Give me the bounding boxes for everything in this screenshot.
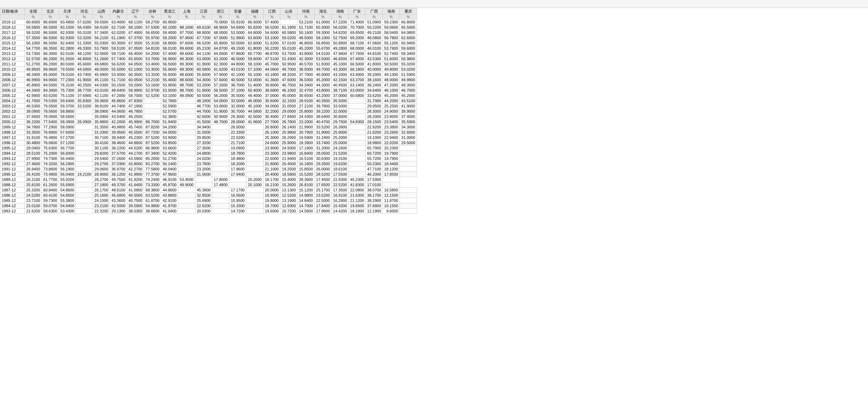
- cell-36-1: 21.6200: [25, 209, 42, 214]
- cell-3-3: 82.9300: [59, 35, 76, 41]
- cell-18-23: 37.4000: [400, 114, 417, 119]
- cell-11-23: 49.9900: [400, 77, 417, 83]
- cell-25-8: 87.3400: [144, 151, 161, 156]
- cell-6-18: 54.5100: [315, 51, 332, 56]
- cell-1-14: 65.8200: [246, 25, 263, 30]
- cell-23-22: 22.0200: [383, 140, 400, 146]
- cell-32-12: [212, 188, 229, 193]
- cell-16-12: 53.0000: [212, 104, 229, 109]
- cell-30-22: [383, 177, 400, 182]
- cell-2-1: 58.5200: [25, 30, 42, 35]
- cell-11-11: 54.3000: [195, 77, 212, 83]
- cell-35-11: 22.6200: [195, 203, 212, 209]
- cell-12-5: 44.0300: [93, 83, 110, 88]
- cell-29-17: 15.5200: [297, 172, 315, 177]
- cell-28-2: 73.8600: [42, 167, 59, 172]
- cell-15-3: 59.6400: [59, 98, 76, 104]
- cell-35-18: 17.8400: [315, 203, 332, 209]
- cell-13-5: 43.0100: [93, 88, 110, 93]
- column-subheader-23: %: [400, 15, 417, 20]
- cell-22-14: [246, 135, 263, 140]
- cell-24-22: 20.2300: [383, 146, 400, 151]
- cell-36-11: 20.0300: [195, 209, 212, 214]
- cell-19-15: 27.7000: [263, 119, 280, 125]
- cell-15-0: 2004-12: [0, 98, 25, 104]
- cell-10-22: 49.1300: [383, 72, 400, 77]
- cell-27-9: 50.1400: [161, 161, 178, 167]
- cell-32-13: 17.1700: [229, 188, 246, 193]
- cell-27-22: 18.4400: [383, 161, 400, 167]
- cell-0-7: 68.1100: [127, 20, 144, 25]
- cell-9-14: 57.1000: [246, 67, 263, 72]
- cell-35-9: 41.9700: [161, 203, 178, 209]
- cell-31-7: 41.6400: [127, 182, 144, 188]
- cell-35-22: 10.1500: [383, 203, 400, 209]
- cell-1-22: 59.0600: [383, 25, 400, 30]
- cell-12-13: 38.7000: [229, 83, 246, 88]
- cell-26-22: 19.7900: [383, 156, 400, 161]
- cell-17-18: 39.2200: [315, 109, 332, 114]
- cell-35-3: 54.9400: [59, 203, 76, 209]
- cell-35-6: 42.5000: [110, 203, 127, 209]
- cell-7-2: 86.2000: [42, 56, 59, 62]
- cell-7-23: 56.9800: [400, 56, 417, 62]
- cell-0-21: 51.0900: [366, 20, 383, 25]
- cell-29-20: [349, 172, 366, 177]
- cell-34-20: 21.1200: [349, 198, 366, 203]
- cell-18-19: 30.8000: [331, 114, 349, 119]
- cell-3-8: 55.9700: [144, 35, 161, 41]
- table-row: 2016-1257.350086.500082.930053.320056.21…: [0, 35, 417, 41]
- cell-22-23: 31.0000: [400, 135, 417, 140]
- cell-26-19: 19.3100: [331, 156, 349, 161]
- cell-26-7: 43.5900: [127, 156, 144, 161]
- cell-14-16: 45.0000: [280, 93, 297, 98]
- cell-4-11: 66.5200: [195, 41, 212, 46]
- cell-33-8: 63.5200: [144, 193, 161, 198]
- cell-17-2: 78.5600: [42, 109, 59, 114]
- column-header-10: 上海: [178, 8, 195, 15]
- cell-3-17: 48.5000: [297, 35, 315, 41]
- cell-23-19: 25.0000: [331, 140, 349, 146]
- cell-29-21: 46.2000: [366, 172, 383, 177]
- cell-1-5: 58.4100: [93, 25, 110, 30]
- cell-6-12: 64.0000: [212, 51, 229, 56]
- cell-8-22: 50.5000: [383, 62, 400, 67]
- cell-21-18: 31.9000: [315, 130, 332, 135]
- cell-0-4: 57.6200: [76, 20, 93, 25]
- cell-30-4: [76, 177, 93, 182]
- cell-13-21: 34.6400: [366, 88, 383, 93]
- table-row: 2001-1237.660078.060058.560035.090043.54…: [0, 114, 417, 119]
- cell-0-18: 61.0000: [315, 20, 332, 25]
- cell-8-2: 86.2000: [42, 62, 59, 67]
- cell-3-6: 61.1900: [110, 35, 127, 41]
- cell-20-5: 31.3500: [93, 125, 110, 130]
- cell-5-23: 59.6000: [400, 46, 417, 51]
- cell-5-22: 53.7600: [383, 46, 400, 51]
- cell-8-17: 40.5700: [297, 62, 315, 67]
- cell-16-21: 29.0500: [366, 104, 383, 109]
- cell-24-4: [76, 146, 93, 151]
- cell-31-6: 49.3700: [110, 182, 127, 188]
- cell-15-15: 35.6000: [263, 98, 280, 104]
- cell-20-15: 26.8000: [263, 125, 280, 130]
- column-header-17: 河南: [297, 8, 315, 15]
- cell-9-11: 60.5800: [195, 67, 212, 72]
- cell-25-1: 28.5100: [25, 151, 42, 156]
- cell-25-9: 52.4200: [161, 151, 178, 156]
- cell-21-14: [246, 130, 263, 135]
- cell-17-7: 46.7800: [127, 109, 144, 114]
- cell-3-18: 58.1000: [315, 35, 332, 41]
- cell-11-0: 2008-12: [0, 77, 25, 83]
- cell-16-16: 31.0500: [280, 104, 297, 109]
- cell-14-23: 45.2000: [400, 93, 417, 98]
- cell-6-21: 44.8100: [366, 51, 383, 56]
- cell-18-5: 35.0900: [93, 114, 110, 119]
- cell-28-18: 26.0000: [315, 167, 332, 172]
- cell-29-14: [246, 172, 263, 177]
- cell-1-18: 60.3000: [315, 25, 332, 30]
- cell-33-15: 19.9000: [263, 193, 280, 198]
- cell-9-12: 61.6200: [212, 67, 229, 72]
- cell-32-22: 16.5800: [383, 188, 400, 193]
- cell-17-6: 44.0600: [110, 109, 127, 114]
- cell-24-6: 38.2200: [110, 146, 127, 151]
